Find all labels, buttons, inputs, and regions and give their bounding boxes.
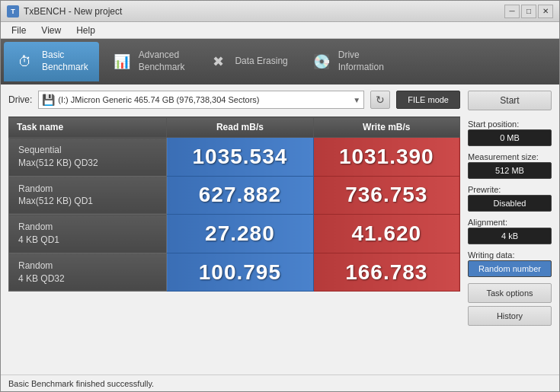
erasing-icon: ✖ bbox=[207, 51, 229, 72]
drive-select[interactable]: 💾 (I:) JMicron Generic 465.74 GB (976,73… bbox=[38, 91, 364, 109]
read-value-cell: 27.280 bbox=[167, 215, 313, 253]
title-bar: T TxBENCH - New project ─ □ ✕ bbox=[1, 1, 559, 22]
main-window: T TxBENCH - New project ─ □ ✕ File View … bbox=[0, 0, 560, 392]
tab-basic-label: Basic Benchmark bbox=[42, 49, 88, 73]
tab-drive-label: DriveInformation bbox=[338, 49, 384, 73]
menu-file[interactable]: File bbox=[5, 24, 32, 37]
table-row: Random4 KB QD127.28041.620 bbox=[9, 215, 460, 253]
table-row: Random4 KB QD32100.795166.783 bbox=[9, 253, 460, 292]
content-area: Drive: 💾 (I:) JMicron Generic 465.74 GB … bbox=[1, 84, 559, 332]
start-button[interactable]: Start bbox=[468, 91, 552, 110]
col-read: Read mB/s bbox=[167, 117, 313, 138]
write-value-cell: 736.753 bbox=[313, 176, 459, 215]
start-position-value: 0 MB bbox=[468, 129, 552, 146]
table-row: RandomMax(512 KB) QD1627.882736.753 bbox=[9, 176, 460, 215]
menu-help[interactable]: Help bbox=[70, 24, 101, 37]
table-row: SequentialMax(512 KB) QD321035.5341031.3… bbox=[9, 138, 460, 177]
writing-data-label: Writing data: bbox=[468, 250, 552, 260]
minimize-button[interactable]: ─ bbox=[504, 5, 520, 18]
measurement-size-value: 512 MB bbox=[468, 162, 552, 179]
task-name-cell: RandomMax(512 KB) QD1 bbox=[9, 176, 167, 215]
read-value-cell: 627.882 bbox=[167, 176, 313, 215]
maximize-button[interactable]: □ bbox=[521, 5, 536, 18]
window-title: TxBENCH - New project bbox=[24, 6, 122, 17]
prewrite-value: Disabled bbox=[468, 195, 552, 212]
prewrite-label: Prewrite: bbox=[468, 185, 552, 194]
menu-bar: File View Help bbox=[1, 22, 559, 39]
drive-select-inner: 💾 (I:) JMicron Generic 465.74 GB (976,73… bbox=[42, 94, 259, 106]
tab-drive-information[interactable]: 💽 DriveInformation bbox=[300, 42, 395, 81]
write-value-cell: 166.783 bbox=[313, 253, 459, 292]
task-options-button[interactable]: Task options bbox=[468, 283, 552, 303]
start-position-label: Start position: bbox=[468, 120, 552, 129]
app-icon: T bbox=[7, 5, 19, 18]
col-write: Write mB/s bbox=[313, 117, 459, 138]
sidebar: Start Start position: 0 MB Measurement s… bbox=[468, 91, 552, 326]
write-value-cell: 41.620 bbox=[313, 215, 459, 253]
tab-advanced-benchmark[interactable]: 📊 AdvancedBenchmark bbox=[101, 42, 196, 81]
drive-label: Drive: bbox=[8, 94, 32, 105]
write-value-cell: 1031.390 bbox=[313, 138, 459, 177]
read-value-cell: 1035.534 bbox=[167, 138, 313, 177]
toolbar: ⏱ Basic Benchmark 📊 AdvancedBenchmark ✖ … bbox=[1, 39, 559, 84]
drive-icon: 💽 bbox=[311, 51, 332, 72]
benchmark-table: Task name Read mB/s Write mB/s Sequentia… bbox=[8, 116, 460, 292]
refresh-button[interactable]: ↻ bbox=[370, 91, 390, 109]
chart-icon: 📊 bbox=[111, 51, 133, 72]
menu-view[interactable]: View bbox=[35, 24, 67, 37]
tab-data-erasing[interactable]: ✖ Data Erasing bbox=[197, 42, 298, 81]
clock-icon: ⏱ bbox=[14, 51, 36, 72]
title-bar-left: T TxBENCH - New project bbox=[7, 5, 122, 18]
writing-data-value: Random number bbox=[468, 260, 552, 277]
drive-select-value: (I:) JMicron Generic 465.74 GB (976,738,… bbox=[58, 95, 259, 104]
task-name-cell: Random4 KB QD32 bbox=[9, 253, 167, 292]
main-content: Drive: 💾 (I:) JMicron Generic 465.74 GB … bbox=[8, 91, 460, 326]
read-value-cell: 100.795 bbox=[167, 253, 313, 292]
history-button[interactable]: History bbox=[468, 306, 552, 326]
drive-select-icon: 💾 bbox=[42, 94, 55, 106]
status-bar: Basic Benchmark finished successfully. bbox=[1, 374, 559, 391]
title-bar-controls: ─ □ ✕ bbox=[504, 5, 553, 18]
tab-basic-benchmark[interactable]: ⏱ Basic Benchmark bbox=[4, 42, 99, 81]
tab-erasing-label: Data Erasing bbox=[235, 56, 287, 68]
close-button[interactable]: ✕ bbox=[538, 5, 553, 18]
measurement-size-label: Measurement size: bbox=[468, 152, 552, 161]
col-task-name: Task name bbox=[9, 117, 167, 138]
drive-row: Drive: 💾 (I:) JMicron Generic 465.74 GB … bbox=[8, 91, 460, 109]
task-name-cell: Random4 KB QD1 bbox=[9, 215, 167, 253]
alignment-label: Alignment: bbox=[468, 218, 552, 227]
task-name-cell: SequentialMax(512 KB) QD32 bbox=[9, 138, 167, 177]
file-mode-button[interactable]: FILE mode bbox=[396, 91, 460, 109]
tab-advanced-label: AdvancedBenchmark bbox=[139, 49, 185, 73]
status-text: Basic Benchmark finished successfully. bbox=[8, 379, 154, 388]
alignment-value: 4 kB bbox=[468, 228, 552, 244]
dropdown-arrow-icon: ▼ bbox=[353, 96, 360, 104]
